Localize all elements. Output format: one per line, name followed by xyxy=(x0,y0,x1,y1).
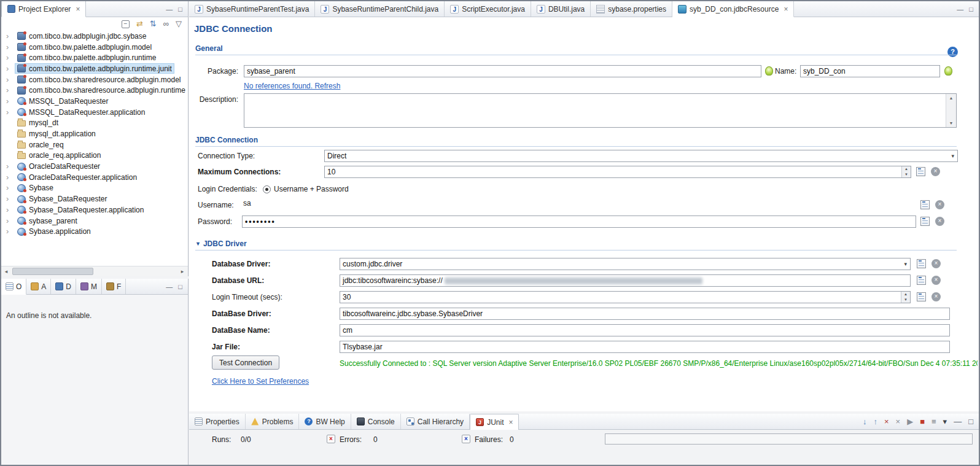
tree-item[interactable]: mysql_dt.application xyxy=(1,128,188,139)
set-preferences-link[interactable]: Click Here to Set Preferences xyxy=(212,377,309,386)
remove-test-run-icon[interactable]: × xyxy=(884,417,889,426)
module-property-icon[interactable] xyxy=(917,292,926,301)
tree-item[interactable]: ›com.tibco.bw.palette.adbplugin.runtime.… xyxy=(1,63,188,74)
expand-chevron-icon[interactable]: › xyxy=(6,32,15,41)
editor-tab[interactable]: JDBUtil.java xyxy=(531,1,591,17)
module-property-icon[interactable] xyxy=(920,217,930,226)
username-input[interactable]: sa xyxy=(243,199,251,208)
expand-chevron-icon[interactable]: › xyxy=(6,53,15,62)
tab-project-explorer[interactable]: Project Explorer × xyxy=(1,1,86,17)
scrollbar-thumb[interactable] xyxy=(12,268,93,275)
database-name-input[interactable] xyxy=(340,324,950,336)
tree-item[interactable]: ›Sybase_DataRequester xyxy=(1,193,188,204)
bottom-tab-console[interactable]: Console xyxy=(351,414,401,429)
clear-icon[interactable]: × xyxy=(931,259,941,268)
spin-down-icon[interactable]: ▼ xyxy=(901,297,910,303)
tree-item[interactable]: ›com.tibco.bw.palette.adbplugin.runtime xyxy=(1,52,188,63)
module-property-icon[interactable] xyxy=(920,200,930,209)
expand-chevron-icon[interactable]: › xyxy=(6,108,15,117)
database-driver-class-input[interactable] xyxy=(340,308,950,320)
scroll-up-icon[interactable]: ▲ xyxy=(949,96,954,100)
tree-item[interactable]: ›OracleDataRequester.application xyxy=(1,172,188,183)
login-timeout-input[interactable]: 30 ▲▼ xyxy=(340,291,911,303)
bottom-tab-problems[interactable]: Problems xyxy=(246,414,300,429)
expand-chevron-icon[interactable]: › xyxy=(6,173,15,182)
spin-down-icon[interactable]: ▼ xyxy=(902,172,911,177)
module-property-icon[interactable] xyxy=(917,259,926,268)
view-menu-icon[interactable]: ▾ xyxy=(943,417,947,426)
lightbulb-icon[interactable] xyxy=(765,66,773,76)
expand-chevron-icon[interactable]: › xyxy=(6,227,15,236)
name-input[interactable] xyxy=(800,65,940,77)
editor-tab[interactable]: sybase.properties xyxy=(591,1,672,17)
module-property-icon[interactable] xyxy=(916,167,925,176)
tree-item[interactable]: oracle_req.application xyxy=(1,150,188,161)
maximize-view-icon[interactable]: □ xyxy=(178,6,182,13)
tree-item[interactable]: ›Sybase xyxy=(1,183,188,194)
bottom-tab-bw-help[interactable]: ?BW Help xyxy=(299,414,351,429)
tree-item[interactable]: oracle_req xyxy=(1,139,188,150)
horizontal-scrollbar[interactable]: ◂ ▸ xyxy=(1,266,188,276)
connection-type-select[interactable]: Direct ▾ xyxy=(324,150,958,162)
outline-tab-m[interactable]: M xyxy=(76,279,102,294)
expand-chevron-icon[interactable]: › xyxy=(6,64,15,73)
bottom-tab-call-hierarchy[interactable]: Call Hierarchy xyxy=(401,414,470,429)
show-previous-failed-test-icon[interactable]: ↑ xyxy=(873,417,877,426)
tree-item[interactable]: ›MSSQL_DataRequester.application xyxy=(1,107,188,118)
show-next-failed-test-icon[interactable]: ↓ xyxy=(863,417,867,426)
expand-chevron-icon[interactable]: › xyxy=(6,217,15,225)
minimize-view-icon[interactable]: — xyxy=(166,6,173,13)
bottom-tab-junit[interactable]: JJUnit× xyxy=(470,414,519,430)
tree-item[interactable]: ›sybase_parent xyxy=(1,216,188,227)
scroll-left-icon[interactable]: ◂ xyxy=(1,266,11,276)
section-title-general[interactable]: General xyxy=(195,44,223,53)
expand-chevron-icon[interactable]: › xyxy=(6,206,15,214)
password-input[interactable] xyxy=(242,216,916,228)
expand-chevron-icon[interactable]: › xyxy=(6,195,15,203)
description-input[interactable]: ▲ ▼ xyxy=(244,93,957,128)
description-scrollbar[interactable]: ▲ ▼ xyxy=(946,94,956,127)
stop-test-run-icon[interactable]: ■ xyxy=(920,417,925,426)
outline-tab-f[interactable]: F xyxy=(102,279,126,294)
expand-chevron-icon[interactable]: › xyxy=(6,162,15,171)
editor-tab[interactable]: JSybaseRuntimeParentTest.java xyxy=(189,1,315,17)
scroll-down-icon[interactable]: ▼ xyxy=(949,121,954,125)
link-with-editor-icon[interactable]: ⇄ xyxy=(136,20,143,28)
expand-chevron-icon[interactable]: › xyxy=(6,86,15,95)
tree-item[interactable]: mysql_dt xyxy=(1,118,188,129)
minimize-view-icon[interactable]: — xyxy=(166,283,173,290)
close-icon[interactable]: × xyxy=(508,418,513,427)
maximize-view-icon[interactable]: □ xyxy=(968,417,973,426)
remove-all-test-runs-icon[interactable]: × xyxy=(896,417,901,426)
tree-item[interactable]: ›com.tibco.bw.adbplugin.jdbc.sybase xyxy=(1,31,188,42)
minimize-view-icon[interactable]: — xyxy=(954,417,962,426)
expand-chevron-icon[interactable]: › xyxy=(6,76,15,84)
close-icon[interactable]: × xyxy=(76,5,80,14)
clear-icon[interactable]: × xyxy=(935,217,944,226)
editor-tab[interactable]: syb_DD_con.jdbcResource× xyxy=(672,1,794,17)
maximize-icon[interactable]: □ xyxy=(969,6,973,13)
clear-icon[interactable]: × xyxy=(931,167,940,176)
editor-tab[interactable]: JSybaseRuntimeParentChild.java xyxy=(315,1,445,17)
jar-file-input[interactable] xyxy=(340,341,950,353)
section-title-jdbc-driver[interactable]: JDBC Driver xyxy=(203,239,247,248)
database-url-input[interactable]: jdbc:tibcosoftwareinc:sybase:// xyxy=(340,274,911,287)
rerun-test-icon[interactable]: ▶ xyxy=(907,417,913,426)
clear-icon[interactable]: × xyxy=(935,200,944,209)
collapse-triangle-icon[interactable]: ▼ xyxy=(195,241,201,247)
minimize-icon[interactable]: — xyxy=(957,6,963,13)
package-input[interactable] xyxy=(244,65,761,77)
outline-tab-a[interactable]: A xyxy=(26,279,51,294)
link-resource-icon[interactable]: ∞ xyxy=(163,20,169,28)
tree-item[interactable]: ›OracleDataRequester xyxy=(1,161,188,172)
test-run-history-icon[interactable]: ≡ xyxy=(931,417,936,426)
outline-tab-o[interactable]: O xyxy=(1,279,26,295)
spin-up-icon[interactable]: ▲ xyxy=(901,292,910,297)
collapse-all-icon[interactable]: − xyxy=(122,20,130,28)
tree-item[interactable]: ›MSSQL_DataRequester xyxy=(1,96,188,107)
chevron-down-icon[interactable]: ▾ xyxy=(904,262,907,267)
database-driver-select[interactable]: custom.jdbc.driver ▾ xyxy=(340,258,911,270)
references-link[interactable]: No references found. Refresh xyxy=(244,82,340,90)
username-password-radio[interactable] xyxy=(263,185,271,193)
clear-icon[interactable]: × xyxy=(931,292,941,301)
